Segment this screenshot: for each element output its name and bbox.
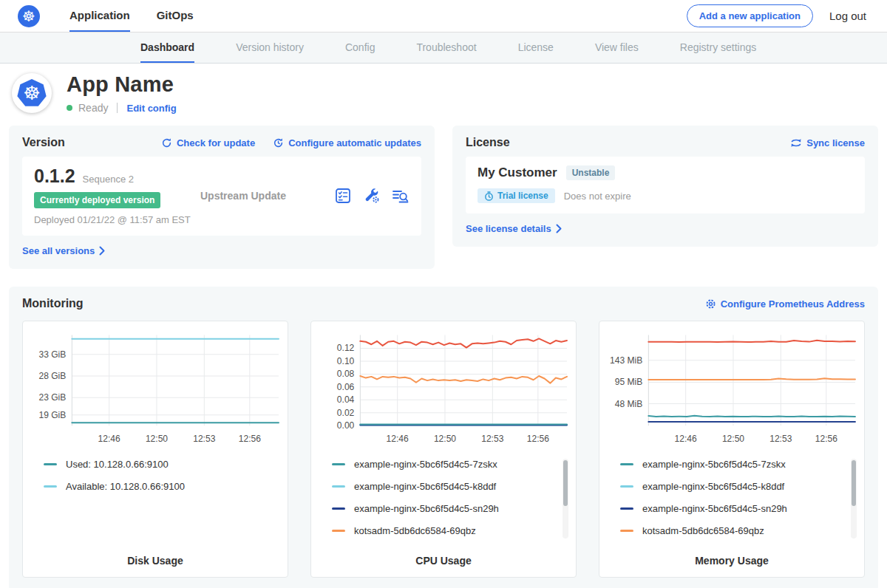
legend-color-dash-icon bbox=[620, 530, 633, 532]
topnav-tab-application[interactable]: Application bbox=[69, 0, 130, 32]
svg-text:12:46: 12:46 bbox=[98, 434, 120, 444]
legend-color-dash-icon bbox=[44, 485, 57, 488]
topnav-tab-gitops[interactable]: GitOps bbox=[157, 0, 194, 32]
disk-usage-legend: Used: 10.128.0.66:9100Available: 10.128.… bbox=[27, 459, 283, 544]
legend-scrollbar-thumb[interactable] bbox=[563, 460, 568, 506]
tab-dashboard[interactable]: Dashboard bbox=[140, 33, 194, 63]
legend-item: kotsadm-5db6dc6584-69qbz bbox=[620, 525, 860, 536]
app-header: ☸ App Name Ready Edit config bbox=[0, 64, 887, 126]
legend-color-dash-icon bbox=[620, 463, 633, 465]
logout-button[interactable]: Log out bbox=[829, 10, 866, 22]
svg-text:12:50: 12:50 bbox=[722, 434, 744, 444]
svg-text:19 GiB: 19 GiB bbox=[38, 410, 66, 420]
legend-scrollbar[interactable] bbox=[851, 459, 857, 539]
disk-usage-line-chart: 19 GiB23 GiB28 GiB33 GiB12:4612:5012:531… bbox=[27, 329, 283, 453]
legend-label: kotsadm-5db6dc6584-69qbz bbox=[642, 525, 764, 536]
legend-item: Available: 10.128.0.66:9100 bbox=[44, 481, 283, 492]
cpu-usage-legend: example-nginx-5bc6f5d4c5-7zskxexample-ng… bbox=[316, 459, 571, 547]
divider bbox=[117, 103, 118, 113]
svg-text:28 GiB: 28 GiB bbox=[38, 371, 66, 381]
legend-label: example-nginx-5bc6f5d4c5-7zskx bbox=[642, 459, 786, 470]
license-details-card: My Customer Unstable Trial license Does … bbox=[466, 157, 865, 213]
legend-label: example-nginx-5bc6f5d4c5-sn29h bbox=[642, 503, 787, 514]
svg-text:12:50: 12:50 bbox=[434, 434, 456, 444]
disk-usage-chart-card: 19 GiB23 GiB28 GiB33 GiB12:4612:5012:531… bbox=[22, 321, 288, 578]
svg-text:33 GiB: 33 GiB bbox=[38, 349, 66, 360]
see-all-versions-link[interactable]: See all versions bbox=[22, 245, 106, 256]
legend-item: Used: 10.128.0.66:9100 bbox=[44, 459, 283, 470]
legend-color-dash-icon bbox=[332, 463, 345, 465]
app-status-text: Ready bbox=[78, 102, 108, 114]
see-license-details-link[interactable]: See license details bbox=[466, 223, 563, 234]
cpu-usage-chart-card: 0.000.020.040.060.080.100.1212:4612:5012… bbox=[310, 321, 577, 578]
view-logs-search-icon[interactable] bbox=[392, 188, 409, 204]
legend-scrollbar[interactable] bbox=[563, 459, 568, 539]
tab-view-files[interactable]: View files bbox=[595, 33, 639, 63]
legend-item: example-nginx-5bc6f5d4c5-7zskx bbox=[332, 459, 571, 470]
svg-text:12:56: 12:56 bbox=[527, 434, 549, 444]
page-title: App Name bbox=[67, 72, 177, 97]
svg-text:0.10: 0.10 bbox=[337, 356, 355, 366]
configure-prometheus-link[interactable]: Configure Prometheus Address bbox=[705, 298, 865, 310]
current-version-card: 0.1.2 Sequence 2 Currently deployed vers… bbox=[22, 157, 421, 236]
ready-status-dot-icon bbox=[67, 105, 72, 111]
monitoring-panel: Monitoring Configure Prometheus Address … bbox=[9, 287, 878, 588]
legend-color-dash-icon bbox=[620, 507, 633, 510]
customer-name: My Customer bbox=[478, 165, 557, 180]
svg-text:0.04: 0.04 bbox=[337, 394, 355, 405]
config-wrench-icon[interactable] bbox=[363, 187, 380, 204]
legend-item: example-nginx-5bc6f5d4c5-sn29h bbox=[332, 503, 571, 514]
monitoring-title: Monitoring bbox=[22, 297, 84, 310]
preflight-checklist-icon[interactable] bbox=[335, 188, 351, 204]
svg-text:12:53: 12:53 bbox=[481, 434, 503, 444]
legend-label: kotsadm-5db6dc6584-69qbz bbox=[354, 525, 476, 536]
svg-text:0.12: 0.12 bbox=[337, 343, 355, 353]
add-application-button[interactable]: Add a new application bbox=[687, 4, 813, 27]
chevron-right-icon bbox=[556, 224, 563, 233]
version-source-label: Upstream Update bbox=[200, 190, 335, 202]
svg-text:12:50: 12:50 bbox=[146, 434, 168, 444]
brand-logo[interactable]: ☸ bbox=[18, 0, 40, 32]
edit-config-link[interactable]: Edit config bbox=[126, 103, 176, 114]
tab-license[interactable]: License bbox=[518, 33, 554, 63]
auto-update-clock-icon bbox=[273, 137, 284, 148]
tab-config[interactable]: Config bbox=[345, 33, 375, 63]
legend-label: Used: 10.128.0.66:9100 bbox=[66, 459, 169, 470]
svg-text:12:53: 12:53 bbox=[193, 434, 215, 444]
version-number: 0.1.2 bbox=[34, 165, 75, 187]
version-panel-title: Version bbox=[22, 136, 65, 149]
kubernetes-logo-icon: ☸ bbox=[18, 5, 40, 27]
tab-version-history[interactable]: Version history bbox=[236, 33, 304, 63]
channel-badge: Unstable bbox=[566, 165, 616, 180]
version-panel: Version Check for update bbox=[9, 126, 435, 269]
svg-text:0.02: 0.02 bbox=[337, 408, 355, 418]
tab-troubleshoot[interactable]: Troubleshoot bbox=[416, 33, 476, 63]
legend-color-dash-icon bbox=[44, 463, 57, 465]
svg-text:143 MiB: 143 MiB bbox=[610, 355, 642, 366]
license-expiry-text: Does not expire bbox=[564, 191, 631, 202]
app-sub-navigation: Dashboard Version history Config Trouble… bbox=[0, 33, 887, 64]
svg-text:12:56: 12:56 bbox=[815, 434, 837, 444]
chart-title: Disk Usage bbox=[27, 547, 283, 567]
top-navigation-bar: ☸ Application GitOps Add a new applicati… bbox=[0, 0, 887, 33]
tab-registry-settings[interactable]: Registry settings bbox=[680, 33, 756, 63]
legend-label: Available: 10.128.0.66:9100 bbox=[66, 481, 185, 492]
svg-text:0.08: 0.08 bbox=[337, 369, 355, 379]
legend-color-dash-icon bbox=[332, 530, 345, 532]
legend-color-dash-icon bbox=[332, 485, 345, 488]
legend-item: kotsadm-5db6dc6584-69qbz bbox=[332, 525, 571, 536]
check-for-update-link[interactable]: Check for update bbox=[161, 137, 255, 148]
legend-color-dash-icon bbox=[620, 485, 633, 488]
sync-license-link[interactable]: Sync license bbox=[790, 137, 865, 148]
svg-text:12:46: 12:46 bbox=[387, 434, 409, 444]
legend-item: example-nginx-5bc6f5d4c5-k8ddf bbox=[620, 481, 860, 492]
cpu-usage-line-chart: 0.000.020.040.060.080.100.1212:4612:5012… bbox=[316, 329, 571, 453]
deployed-timestamp: Deployed 01/21/22 @ 11:57 am EST bbox=[34, 214, 200, 225]
stopwatch-icon bbox=[484, 191, 494, 201]
app-icon: ☸ bbox=[12, 73, 52, 113]
configure-automatic-updates-link[interactable]: Configure automatic updates bbox=[273, 137, 421, 148]
legend-scrollbar-thumb[interactable] bbox=[852, 460, 856, 506]
trial-license-badge: Trial license bbox=[478, 188, 555, 203]
memory-usage-line-chart: 48 MiB95 MiB143 MiB12:4612:5012:5312:56 bbox=[604, 329, 860, 453]
sync-arrows-icon bbox=[790, 137, 802, 148]
